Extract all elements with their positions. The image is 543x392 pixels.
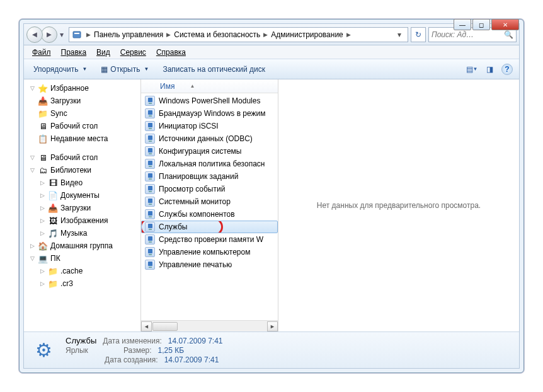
view-mode-button[interactable]: ▤▼ bbox=[464, 62, 480, 76]
scroll-left-button[interactable]: ◄ bbox=[141, 321, 152, 331]
file-item[interactable]: Источники данных (ODBC) bbox=[141, 132, 278, 145]
chevron-right-icon[interactable]: ▶ bbox=[261, 32, 270, 38]
file-label: Службы компонентов bbox=[159, 210, 235, 219]
back-button[interactable]: ◄ bbox=[26, 26, 43, 43]
pc-icon bbox=[38, 253, 48, 263]
collapse-icon[interactable]: ▽ bbox=[29, 167, 35, 173]
sidebar-pc[interactable]: ▽ПК bbox=[25, 252, 140, 265]
scroll-right-button[interactable]: ► bbox=[267, 321, 278, 331]
collapse-icon[interactable]: ▽ bbox=[29, 255, 35, 262]
file-item[interactable]: Локальная политика безопасн bbox=[141, 158, 278, 170]
navigation-pane[interactable]: ▽ Избранное Загрузки Sync Рабочий стол Н… bbox=[24, 79, 141, 331]
shortcut-icon bbox=[145, 209, 155, 219]
sidebar-item-video[interactable]: ▷Видео bbox=[25, 176, 140, 189]
collapse-icon[interactable]: ▽ bbox=[29, 85, 35, 91]
file-item[interactable]: Системный монитор bbox=[141, 195, 278, 208]
folder-icon bbox=[48, 266, 58, 276]
shortcut-icon bbox=[145, 146, 155, 156]
window-controls: — ◻ ✕ bbox=[454, 19, 519, 30]
address-dropdown[interactable]: ▾ bbox=[394, 30, 405, 39]
search-input[interactable] bbox=[432, 30, 501, 39]
file-item[interactable]: Средство проверки памяти W bbox=[141, 233, 278, 246]
expand-icon[interactable]: ▷ bbox=[29, 243, 35, 249]
svg-rect-0 bbox=[73, 32, 81, 38]
breadcrumb-item[interactable]: Система и безопасность bbox=[173, 30, 261, 39]
menu-help[interactable]: Справка bbox=[152, 47, 190, 58]
menu-file[interactable]: Файл bbox=[28, 47, 55, 58]
file-label: Службы bbox=[159, 222, 187, 231]
file-item[interactable]: Планировщик заданий bbox=[141, 170, 278, 183]
sidebar-desktop-root[interactable]: ▽ Рабочий стол bbox=[25, 151, 140, 164]
shortcut-icon bbox=[145, 197, 155, 207]
nav-buttons: ◄ ► ▾ bbox=[26, 26, 66, 43]
shortcut-icon bbox=[145, 134, 155, 144]
chevron-right-icon[interactable]: ▶ bbox=[164, 32, 173, 38]
recent-icon bbox=[38, 134, 48, 144]
sidebar-item-music[interactable]: ▷Музыка bbox=[25, 227, 140, 239]
shortcut-icon bbox=[145, 159, 155, 169]
chevron-right-icon[interactable]: ▶ bbox=[345, 32, 353, 38]
folder-icon bbox=[38, 108, 48, 118]
column-header-name[interactable]: Имя▲ bbox=[141, 79, 278, 93]
preview-pane-button[interactable]: ◨ bbox=[481, 62, 498, 76]
search-icon[interactable]: 🔍 bbox=[504, 30, 513, 39]
location-icon bbox=[72, 30, 82, 40]
shortcut-icon bbox=[145, 96, 155, 106]
address-bar: ◄ ► ▾ ▶ Панель управления ▶ Система и бе… bbox=[24, 24, 519, 45]
chevron-right-icon[interactable]: ▶ bbox=[84, 32, 93, 38]
collapse-icon[interactable]: ▽ bbox=[29, 154, 35, 161]
sidebar-item-downloads[interactable]: Загрузки bbox=[25, 95, 140, 107]
window-content: ◄ ► ▾ ▶ Панель управления ▶ Система и бе… bbox=[23, 23, 520, 369]
sidebar-item-cr3[interactable]: ▷.cr3 bbox=[25, 277, 140, 290]
expand-icon[interactable]: ▷ bbox=[39, 180, 45, 186]
file-label: Просмотр событий bbox=[159, 185, 225, 193]
maximize-button[interactable]: ◻ bbox=[472, 19, 490, 30]
file-list[interactable]: Windows PowerShell ModulesБрандмауэр Win… bbox=[141, 93, 278, 320]
sidebar-item-recent[interactable]: Недавние места bbox=[25, 132, 140, 145]
expand-icon[interactable]: ▷ bbox=[39, 205, 45, 211]
sidebar-favorites[interactable]: ▽ Избранное bbox=[25, 82, 140, 95]
forward-button[interactable]: ► bbox=[41, 26, 57, 43]
desktop-group: ▽ Рабочий стол ▽ Библиотеки ▷Видео ▷Доку… bbox=[25, 151, 140, 290]
sidebar-item-images[interactable]: ▷Изображения bbox=[25, 214, 140, 227]
file-item[interactable]: Службы компонентов bbox=[141, 208, 278, 221]
breadcrumb-bar[interactable]: ▶ Панель управления ▶ Система и безопасн… bbox=[69, 27, 408, 42]
horizontal-scrollbar[interactable]: ◄ ► bbox=[141, 320, 278, 331]
expand-icon[interactable]: ▷ bbox=[39, 192, 45, 199]
nav-history-dropdown[interactable]: ▾ bbox=[57, 28, 66, 41]
minimize-button[interactable]: — bbox=[454, 19, 471, 30]
expand-icon[interactable]: ▷ bbox=[39, 280, 45, 287]
organize-button[interactable]: Упорядочить▼ bbox=[28, 62, 93, 76]
sidebar-item-cache[interactable]: ▷.cache bbox=[25, 265, 140, 277]
breadcrumb-item[interactable]: Панель управления bbox=[93, 30, 164, 39]
sidebar-item-sync[interactable]: Sync bbox=[25, 107, 140, 120]
sidebar-item-documents[interactable]: ▷Документы bbox=[25, 189, 140, 202]
file-label: Конфигурация системы bbox=[159, 147, 241, 156]
scroll-thumb[interactable] bbox=[152, 322, 178, 331]
sidebar-libraries[interactable]: ▽ Библиотеки bbox=[25, 164, 140, 176]
file-item[interactable]: Конфигурация системы bbox=[141, 145, 278, 158]
menu-view[interactable]: Вид bbox=[92, 47, 115, 58]
file-item[interactable]: Службы bbox=[141, 221, 278, 233]
menu-edit[interactable]: Правка bbox=[57, 47, 91, 58]
expand-icon[interactable]: ▷ bbox=[39, 230, 45, 236]
breadcrumb-item[interactable]: Администрирование bbox=[270, 30, 344, 39]
file-item[interactable]: Брандмауэр Windows в режим bbox=[141, 107, 278, 120]
help-button[interactable]: ? bbox=[499, 62, 515, 76]
sidebar-item-desktop[interactable]: Рабочий стол bbox=[25, 120, 140, 132]
file-item[interactable]: Просмотр событий bbox=[141, 183, 278, 195]
close-button[interactable]: ✕ bbox=[491, 19, 519, 30]
expand-icon[interactable]: ▷ bbox=[39, 217, 45, 224]
refresh-button[interactable]: ↻ bbox=[411, 27, 426, 42]
file-item[interactable]: Управление печатью bbox=[141, 258, 278, 271]
open-button[interactable]: ▦ Открыть▼ bbox=[95, 62, 154, 76]
sidebar-item-downloads2[interactable]: ▷Загрузки bbox=[25, 202, 140, 214]
file-item[interactable]: Управление компьютером bbox=[141, 246, 278, 258]
burn-button[interactable]: Записать на оптический диск bbox=[157, 62, 271, 76]
sidebar-homegroup[interactable]: ▷Домашняя группа bbox=[25, 239, 140, 252]
file-item[interactable]: Windows PowerShell Modules bbox=[141, 95, 278, 107]
expand-icon[interactable]: ▷ bbox=[39, 268, 45, 274]
menu-tools[interactable]: Сервис bbox=[116, 47, 151, 58]
file-item[interactable]: Инициатор iSCSI bbox=[141, 120, 278, 132]
file-list-pane: Имя▲ Windows PowerShell ModulesБрандмауэ… bbox=[141, 79, 278, 331]
